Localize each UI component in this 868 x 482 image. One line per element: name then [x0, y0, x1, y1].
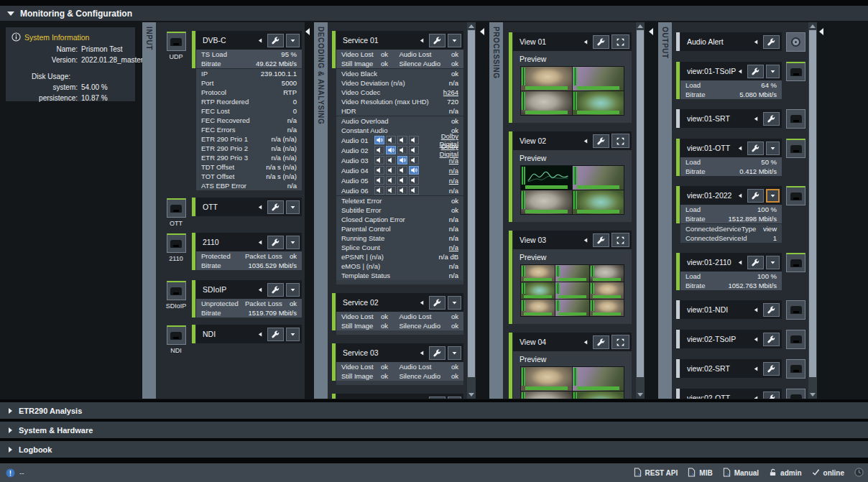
speaker-button[interactable]: [386, 156, 396, 164]
wrench-button[interactable]: [763, 112, 780, 126]
wrench-button[interactable]: [593, 335, 609, 349]
speaker-button[interactable]: [374, 156, 384, 164]
scroll-down-icon[interactable]: [468, 393, 474, 397]
collapse-left-icon[interactable]: [738, 68, 744, 75]
dropdown-button[interactable]: [448, 34, 461, 47]
speaker-button[interactable]: [386, 186, 396, 195]
dropdown-button[interactable]: [286, 328, 300, 341]
wrench-button[interactable]: [593, 134, 609, 148]
scrollbar-thumb[interactable]: [637, 30, 644, 377]
monitoring-configuration-header[interactable]: Monitoring & Configuration: [0, 6, 868, 22]
collapse-left-icon[interactable]: [258, 37, 264, 44]
section-system-hardware[interactable]: System & Hardware: [0, 422, 868, 438]
collapse-left-icon[interactable]: [754, 365, 760, 372]
audio-alert-speaker-icon[interactable]: [786, 32, 805, 52]
expand-button[interactable]: [611, 34, 629, 49]
wrench-button[interactable]: [593, 233, 609, 247]
speaker-button[interactable]: [397, 146, 407, 154]
scroll-up-icon[interactable]: [468, 24, 474, 28]
speaker-button[interactable]: [409, 156, 419, 164]
section-etr290-analysis[interactable]: ETR290 Analysis: [0, 402, 868, 419]
scroll-up-icon[interactable]: [637, 24, 643, 28]
audio-codec-value[interactable]: n/a: [420, 157, 458, 164]
expand-button[interactable]: [611, 134, 629, 148]
footer-link-manual[interactable]: Manual: [723, 468, 759, 478]
output-port-icon-view-01-ott[interactable]: [786, 139, 805, 158]
speaker-button[interactable]: [386, 136, 396, 144]
wrench-button[interactable]: [267, 34, 284, 47]
wrench-button[interactable]: [267, 283, 284, 297]
input-port-icon-udp[interactable]: [167, 32, 186, 51]
status-info-icon[interactable]: [6, 468, 15, 478]
speaker-button[interactable]: [397, 136, 407, 144]
speaker-button[interactable]: [397, 166, 407, 175]
output-port-icon-view-01-ndi[interactable]: [786, 300, 805, 320]
collapse-left-icon[interactable]: [738, 259, 744, 266]
processing-column-label[interactable]: PROCESSING: [489, 22, 503, 399]
footer-user-admin[interactable]: admin: [769, 468, 801, 478]
input-port-icon-2110[interactable]: [167, 233, 186, 253]
scrollbar-thumb[interactable]: [809, 30, 816, 377]
collapse-left-icon[interactable]: [420, 299, 425, 306]
collapse-left-icon[interactable]: [420, 37, 425, 44]
output-port-icon-view-01-2022[interactable]: [786, 186, 805, 205]
output-port-icon-view-02-ott[interactable]: [786, 389, 805, 399]
speaker-button[interactable]: [386, 166, 396, 175]
collapse-processing-column-icon[interactable]: [649, 28, 653, 35]
audio-codec-value[interactable]: n/a: [420, 167, 458, 175]
wrench-button[interactable]: [429, 346, 445, 360]
processing-scrollbar[interactable]: [636, 22, 645, 399]
output-port-icon-view-01-tsoip[interactable]: [786, 62, 805, 81]
speaker-button[interactable]: [409, 146, 419, 154]
speaker-button[interactable]: [374, 136, 384, 144]
collapse-left-icon[interactable]: [583, 236, 589, 244]
collapse-left-icon[interactable]: [738, 192, 744, 199]
input-port-icon-sdioip[interactable]: [167, 281, 186, 300]
scrollbar-thumb[interactable]: [468, 30, 475, 377]
collapse-left-icon[interactable]: [754, 394, 760, 399]
speaker-button[interactable]: [374, 166, 384, 175]
collapse-input-column-icon[interactable]: [305, 28, 310, 35]
input-port-icon-ndi[interactable]: [167, 325, 186, 345]
output-column-label[interactable]: OUTPUT: [658, 22, 672, 399]
speaker-button[interactable]: [386, 176, 396, 185]
speaker-button[interactable]: [409, 166, 419, 175]
speaker-button[interactable]: [409, 186, 419, 195]
output-port-icon-view-02-srt[interactable]: [786, 359, 805, 379]
output-port-icon-view-01-2110[interactable]: [786, 253, 805, 272]
stat-value[interactable]: n/a: [449, 244, 458, 251]
wrench-button[interactable]: [429, 397, 445, 399]
footer-link-rest-api[interactable]: REST API: [634, 468, 678, 478]
dropdown-button[interactable]: [448, 346, 461, 360]
output-port-icon-view-01-srt[interactable]: [786, 109, 805, 129]
preview-mosaic[interactable]: [520, 165, 624, 215]
dropdown-button[interactable]: [448, 296, 461, 310]
expand-button[interactable]: [611, 233, 629, 247]
speaker-button[interactable]: [386, 146, 396, 154]
input-column-label[interactable]: INPUT: [142, 22, 156, 399]
speaker-button[interactable]: [397, 176, 407, 185]
wrench-button[interactable]: [267, 236, 284, 249]
wrench-button[interactable]: [747, 256, 764, 269]
speaker-button[interactable]: [374, 176, 384, 185]
dropdown-button[interactable]: [286, 283, 300, 297]
speaker-button[interactable]: [409, 136, 419, 144]
collapse-left-icon[interactable]: [583, 38, 589, 45]
collapse-left-icon[interactable]: [754, 306, 760, 313]
output-port-icon-view-02-tsoip[interactable]: [786, 330, 805, 349]
dropdown-button[interactable]: [766, 142, 780, 155]
clock-icon[interactable]: [854, 468, 864, 478]
speaker-button[interactable]: [397, 156, 407, 164]
collapse-left-icon[interactable]: [258, 203, 264, 210]
audio-codec-value[interactable]: n/a: [420, 177, 458, 185]
dropdown-button[interactable]: [766, 256, 780, 269]
collapse-left-icon[interactable]: [754, 335, 760, 343]
wrench-button[interactable]: [763, 391, 780, 399]
decoding-scrollbar[interactable]: [467, 22, 476, 399]
collapse-left-icon[interactable]: [258, 330, 264, 338]
scroll-down-icon[interactable]: [810, 393, 816, 397]
wrench-button[interactable]: [747, 189, 764, 203]
dropdown-button[interactable]: [286, 34, 300, 47]
dropdown-button[interactable]: [286, 200, 300, 214]
dropdown-button[interactable]: [766, 65, 780, 78]
